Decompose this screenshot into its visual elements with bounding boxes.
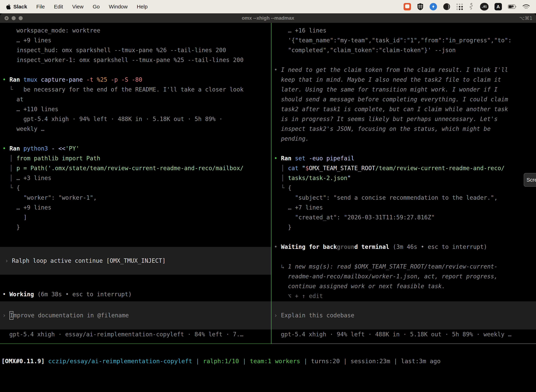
terminal-line: └ { — [2, 183, 271, 193]
menu-bar: Slack FileEditViewGoWindowHelp ..61A — [0, 0, 536, 13]
pane-worker-prompt-input[interactable]: › Explain this codebase — [272, 301, 536, 330]
highlighted-prompt-line: › Ralph loop active continue [OMX_TMUX_I… — [0, 247, 271, 275]
terminal-line: "created_at": "2026-03-31T11:59:27.816Z" — [274, 213, 536, 222]
window-titlebar[interactable]: omx --xhigh --madmax ⌥⌘1 — [0, 13, 536, 23]
terminal-line: at — [2, 94, 271, 104]
shield-app-icon[interactable] — [417, 3, 424, 10]
blank-line — [274, 55, 536, 65]
terminal-line: weekly … — [2, 124, 271, 134]
letter-a-app-icon[interactable]: A — [494, 3, 502, 10]
terminal-line: inspect_worker-1: omx sparkshell --tmux-… — [2, 55, 271, 65]
dots-grid-icon[interactable] — [456, 4, 463, 10]
wifi-icon[interactable] — [523, 4, 530, 9]
horizontal-pane-divider[interactable] — [0, 344, 536, 344]
terminal-line: "completed","claim_token":"claim-token"}… — [274, 45, 536, 55]
terminal-line: • Working (6m 38s • esc to interrupt) — [2, 289, 271, 299]
window-controls — [5, 13, 23, 23]
menu-item-window[interactable]: Window — [109, 4, 128, 10]
close-button[interactable] — [5, 16, 9, 20]
terminal-line: keep that in mind. Maybe I also need the… — [274, 75, 536, 85]
claude-app-icon[interactable] — [443, 3, 450, 10]
terminal-line: is in progress? It seems likely but perh… — [274, 114, 536, 124]
terminal-line: inspect_hud: omx sparkshell --tmux-pane … — [2, 45, 271, 55]
terminal-line: ] — [2, 213, 271, 222]
terminal-line: … +9 lines — [2, 36, 271, 45]
terminal-line: • Ran tmux capture-pane -t %25 -p -S -80 — [2, 75, 271, 85]
terminal-line: • Ran set -euo pipefail — [274, 154, 536, 163]
terminal-line: } — [2, 222, 271, 232]
terminal-line: gpt-5.4 xhigh · 94% left · 488K in · 5.1… — [2, 114, 271, 124]
menu-app-name[interactable]: Slack — [13, 4, 27, 10]
terminal-line: task2 after task1 is complete, but can I… — [274, 104, 536, 114]
menu-item-edit[interactable]: Edit — [54, 4, 63, 10]
terminal-line: … +16 lines — [274, 26, 536, 36]
terminal-line: │ … +3 lines — [2, 173, 271, 183]
blank-line — [2, 280, 271, 289]
terminal-line: └ be necessary for the end of the README… — [2, 85, 271, 94]
terminal-line: ↳ 1 new msg(s): read $OMX_TEAM_STATE_ROO… — [274, 262, 536, 271]
blank-line — [2, 134, 271, 144]
blank-line — [2, 65, 271, 75]
blank-line — [2, 232, 271, 242]
blank-line — [274, 232, 536, 242]
terminal-line: continue assigned work or next feasible … — [274, 281, 536, 291]
pane-worker-status-line: gpt-5.4 xhigh · 94% left · 488K in · 5.1… — [272, 330, 536, 339]
menu-item-help[interactable]: Help — [137, 4, 148, 10]
blank-line — [274, 252, 536, 262]
terminal-line: "subject": "send a concise recommendatio… — [274, 193, 536, 203]
terminal-window: omx --xhigh --madmax ⌥⌘1 workspace_mode:… — [0, 13, 536, 392]
terminal-line: └ { — [274, 183, 536, 193]
menu-item-file[interactable]: File — [36, 4, 45, 10]
terminal-line: } — [274, 222, 536, 232]
terminal-line: pending. — [274, 134, 536, 144]
minimize-button[interactable] — [12, 16, 16, 20]
terminal-line: • Waiting for background terminal (3m 46… — [274, 242, 536, 252]
terminal-line: workspace_mode: worktree — [2, 26, 271, 36]
terminal-line: • I need to get the claim token from the… — [274, 65, 536, 75]
terminal-line: … +9 lines — [2, 203, 271, 213]
screen-tooltip: Scre — [524, 173, 536, 187]
terminal-line: │ cat "$OMX_TEAM_STATE_ROOT/team/review-… — [274, 163, 536, 173]
battery-icon[interactable] — [508, 5, 517, 9]
badge-61-icon[interactable]: ..61 — [480, 3, 488, 10]
terminal-line: │ p = Path('.omx/state/team/review-curre… — [2, 163, 271, 173]
terminal-line: inspect task2's JSON, focusing on the st… — [274, 124, 536, 134]
menu-items: Slack FileEditViewGoWindowHelp — [13, 4, 148, 10]
terminal-line: … +7 lines — [274, 203, 536, 213]
window-title: omx --xhigh --madmax — [242, 15, 294, 21]
apple-menu-icon[interactable] — [6, 4, 11, 9]
chat-app-icon[interactable] — [404, 3, 411, 10]
pane-hud[interactable]: workspace_mode: worktree … +9 lines insp… — [0, 23, 271, 344]
terminal-line: "worker": "worker-1", — [2, 193, 271, 203]
terminal-line: │ from pathlib import Path — [2, 154, 271, 163]
terminal-line: later. Using the same for transition mig… — [274, 85, 536, 94]
pane-worker-scrollback: … +16 lines '{"team_name":"my-team","tas… — [272, 23, 536, 301]
menu-item-go[interactable]: Go — [93, 4, 100, 10]
squiggle-app-icon[interactable] — [469, 3, 474, 10]
tmux-panes: workspace_mode: worktree … +9 lines insp… — [0, 23, 536, 344]
terminal-line: '{"team_name":"my-team","task_id":"1","f… — [274, 36, 536, 45]
lightning-app-icon[interactable] — [430, 3, 437, 10]
omx-session-status-line: [OMX#0.11.9] cczip/essay/ai-reimplementa… — [0, 344, 536, 378]
window-shortcut-badge: ⌥⌘1 — [519, 15, 532, 21]
terminal-line: │ tasks/task-2.json" — [274, 173, 536, 183]
terminal-line: ⌥ + ↑ edit — [274, 291, 536, 301]
pane-hud-scrollback: workspace_mode: worktree … +9 lines insp… — [0, 23, 271, 299]
pane-worker[interactable]: … +16 lines '{"team_name":"my-team","tas… — [272, 23, 536, 344]
terminal-line: … +110 lines — [2, 104, 271, 114]
terminal-line: should send a message before completing … — [274, 94, 536, 104]
pane-hud-prompt-input[interactable]: › Improve documentation in @filename — [0, 301, 271, 330]
terminal-line: • Ran python3 - <<'PY' — [2, 144, 271, 154]
menubar-status-icons: ..61A — [404, 3, 530, 10]
blank-line — [274, 144, 536, 154]
pane-hud-status-line: gpt-5.4 xhigh · essay/ai-reimplementatio… — [0, 330, 271, 339]
terminal-line: readme-and-reco/mailbox/worker-1.json, a… — [274, 271, 536, 281]
zoom-button[interactable] — [19, 16, 23, 20]
menu-item-view[interactable]: View — [72, 4, 83, 10]
